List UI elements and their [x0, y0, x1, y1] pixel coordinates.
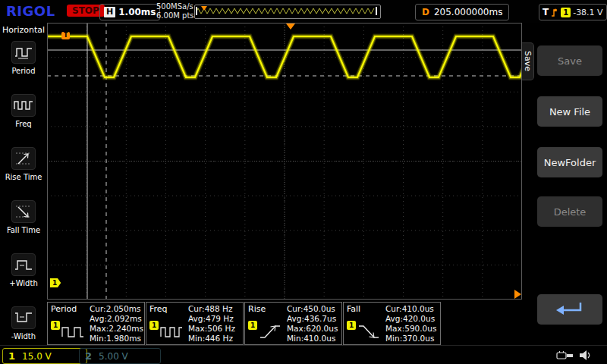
menu-item-freq[interactable]: Freq	[0, 91, 47, 144]
channel1-scale: 15.0 V	[22, 351, 52, 362]
freq-icon	[11, 94, 36, 117]
delay-box: D 205.000000ms	[415, 4, 509, 20]
measurement-average: Avg:436.7us	[287, 314, 336, 323]
menu-item-fall-time[interactable]: Fall Time	[0, 197, 47, 250]
measurement-current: Cur:450.0us	[287, 304, 335, 313]
channel-badge: 1	[347, 321, 356, 330]
trigger-level-marker: T	[61, 32, 70, 39]
measurement-current: Cur:2.050ms	[90, 304, 140, 313]
measurement-max: Max:506 Hz	[188, 324, 235, 333]
timebase-value: 1.00ms	[118, 7, 156, 17]
d-label: D	[422, 7, 429, 17]
trigger-info-box: T 1 -38.1 V	[539, 4, 607, 20]
delete-button: Delete	[537, 196, 602, 227]
new-folder-button[interactable]: NewFolder	[537, 147, 602, 177]
soft-menu: Save Save New File NewFolder Delete	[522, 23, 607, 345]
return-arrow-icon	[553, 300, 587, 319]
sample-rate: 500MSa/s	[156, 2, 194, 11]
measurement-panel-period: Period Cur:2.050ms Avg:2.092ms Max:2.240…	[47, 302, 145, 345]
measurement-strip: Period Cur:2.050ms Avg:2.092ms Max:2.240…	[47, 302, 442, 345]
channel-badge: 1	[248, 321, 257, 330]
channel1-number: 1	[8, 350, 15, 362]
measurement-name: Freq	[149, 304, 168, 314]
measurement-name: Fall	[347, 304, 360, 314]
waveform-display: T 1	[47, 23, 522, 300]
trigger-source-badge: 1	[561, 8, 571, 17]
measurement-name: Period	[51, 304, 77, 314]
top-status-bar: RIGOL STOP H 1.00ms 500MSa/s 6.00M pts D…	[0, 0, 607, 23]
usb-icon	[556, 350, 574, 360]
measurement-panel-fall: Fall Cur:410.0us Avg:420.0us Max:590.0us…	[343, 302, 441, 345]
back-button[interactable]	[537, 294, 602, 325]
menu-item-label: Rise Time	[5, 173, 42, 181]
menu-item-label: Freq	[15, 120, 31, 128]
measurement-average: Avg:2.092ms	[90, 314, 142, 323]
period-icon	[11, 41, 36, 64]
minus-width-icon	[11, 306, 36, 329]
measurement-current: Cur:410.0us	[385, 304, 434, 313]
brand-logo: RIGOL	[6, 3, 55, 19]
period-icon	[61, 322, 85, 340]
acquisition-info: 500MSa/s 6.00M pts	[156, 2, 194, 20]
menu-item-label: Fall Time	[7, 226, 40, 234]
freq-icon	[159, 322, 184, 340]
measurement-current: Cur:488 Hz	[188, 304, 232, 313]
delay-value: 205.000000ms	[434, 7, 502, 17]
measurement-min: Min:370.0us	[385, 334, 434, 343]
memory-depth: 6.00M pts	[156, 11, 194, 20]
menu-item-label: -Width	[11, 332, 36, 340]
measurement-max: Max:590.0us	[385, 324, 436, 333]
channel-badge: 1	[51, 321, 60, 330]
channel2-scale: 5.00 V	[99, 351, 128, 362]
fall-time-icon	[357, 322, 381, 340]
rise-time-icon	[258, 322, 282, 340]
menu-item-label: +Width	[9, 279, 37, 287]
channel1-status: 1 15.0 V	[2, 348, 87, 364]
rise-time-icon	[11, 147, 36, 170]
measurement-panel-rise: Rise Cur:450.0us Avg:436.7us Max:620.0us…	[244, 302, 342, 345]
speaker-icon	[579, 350, 593, 361]
waveform-preview-strip	[194, 5, 381, 19]
menu-tab-save: Save	[522, 42, 534, 80]
measurement-average: Avg:479 Hz	[188, 314, 234, 323]
measurement-max: Max:2.240ms	[90, 324, 143, 333]
menu-item-label: Period	[11, 67, 35, 75]
menu-item-period[interactable]: Period	[0, 38, 47, 91]
trigger-edge-icon	[551, 8, 558, 17]
menu-item-plus-width[interactable]: +Width	[0, 250, 47, 303]
measurement-min: Min:410.0us	[287, 334, 335, 343]
measurement-min: Min:1.980ms	[90, 334, 141, 343]
trigger-level-value: -38.1 V	[573, 8, 602, 17]
channel-badge: 1	[149, 321, 159, 330]
measurement-min: Min:446 Hz	[188, 334, 233, 343]
fall-time-icon	[11, 200, 36, 223]
channel-status-bar: 1 15.0 V 2 5.00 V	[0, 345, 607, 364]
t-label: T	[543, 7, 549, 17]
horizontal-scale-box: H 1.00ms	[99, 4, 160, 20]
menu-item-rise-time[interactable]: Rise Time	[0, 144, 47, 197]
h-label: H	[104, 7, 115, 17]
save-button: Save	[537, 46, 602, 76]
preview-wave	[195, 5, 379, 17]
plus-width-icon	[11, 253, 36, 276]
measurement-max: Max:620.0us	[287, 324, 338, 333]
measure-menu: Horizontal Period Freq Rise Time	[0, 23, 47, 345]
scope-graticule	[47, 23, 522, 300]
measurement-average: Avg:420.0us	[385, 314, 435, 323]
measurement-panel-freq: Freq Cur:488 Hz Avg:479 Hz Max:506 Hz Mi…	[146, 302, 244, 345]
measure-menu-title: Horizontal	[0, 23, 47, 38]
channel2-number: 2	[85, 350, 92, 362]
measurement-name: Rise	[248, 304, 266, 314]
channel2-status: 2 5.00 V	[79, 348, 161, 364]
new-file-button[interactable]: New File	[537, 96, 602, 127]
